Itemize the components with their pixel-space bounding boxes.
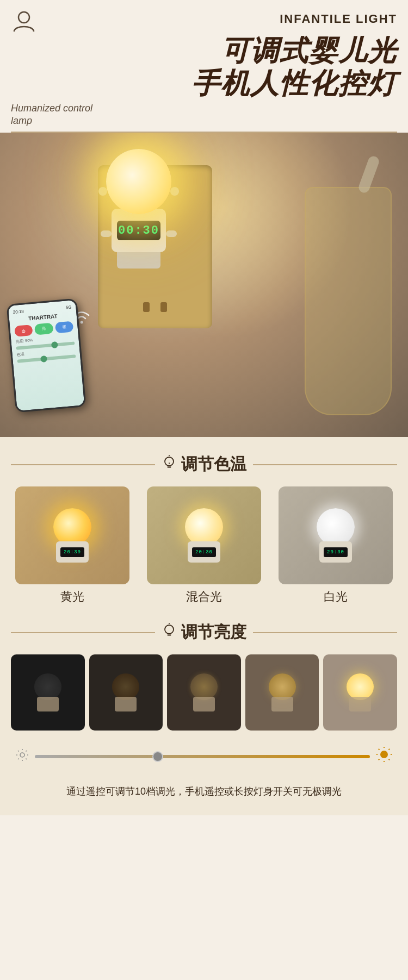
bottom-description: 通过遥控可调节10档调光，手机遥控或长按灯身开关可无极调光 bbox=[66, 786, 342, 797]
brightness-lamp-5 bbox=[344, 673, 376, 711]
header-bottom: Humanized controllamp bbox=[11, 102, 397, 128]
brightness-body-1 bbox=[37, 697, 59, 711]
brightness-lamp-4 bbox=[266, 673, 299, 711]
lamp-head bbox=[106, 149, 171, 214]
brightness-head-4 bbox=[269, 673, 296, 700]
svg-point-0 bbox=[18, 12, 29, 23]
color-temp-img-warm: 20:30 bbox=[15, 486, 129, 584]
mini-display-white: 20:30 bbox=[324, 547, 348, 557]
mini-display-warm: 20:30 bbox=[60, 547, 84, 557]
hero-section: 00:30 97礼品 定制 20:18 5G THARTRAT ⏻ 亮 暖 bbox=[0, 133, 408, 437]
brightness-lamp-1 bbox=[32, 673, 64, 711]
svg-point-5 bbox=[165, 625, 174, 634]
svg-line-12 bbox=[18, 751, 19, 752]
color-temp-img-white: 20:30 bbox=[279, 486, 393, 584]
brightness-section: 调节亮度 bbox=[0, 621, 408, 741]
svg-line-13 bbox=[26, 759, 27, 760]
header-line-left bbox=[11, 464, 155, 465]
lamp-body: 00:30 bbox=[112, 209, 166, 252]
mini-lamp-mixed: 20:30 bbox=[182, 508, 226, 563]
brightness-header: 调节亮度 bbox=[11, 621, 397, 644]
header-line-right bbox=[253, 464, 397, 465]
svg-line-22 bbox=[389, 759, 390, 760]
mini-lamp-head-warm bbox=[53, 508, 91, 546]
color-temp-header: 调节色温 bbox=[11, 453, 397, 476]
svg-line-15 bbox=[18, 759, 19, 760]
water-bottle bbox=[305, 187, 392, 415]
header-section: INFANTILE LIGHT 可调式婴儿光 手机人性化控灯 Humanized… bbox=[0, 0, 408, 133]
phone-btn-power[interactable]: ⏻ bbox=[14, 324, 33, 337]
color-label-white: 白光 bbox=[324, 589, 348, 605]
mini-lamp-warm: 20:30 bbox=[51, 508, 94, 563]
svg-point-2 bbox=[165, 457, 174, 466]
brightness-grid bbox=[11, 654, 397, 731]
svg-line-14 bbox=[26, 751, 27, 752]
phone-btn-color2[interactable]: 暖 bbox=[54, 321, 73, 334]
brightness-lamp-2 bbox=[109, 673, 142, 711]
color-temp-section: 调节色温 20:30 黄光 bbox=[0, 437, 408, 621]
mini-lamp-head-white bbox=[317, 508, 355, 546]
brightness-slider-thumb[interactable] bbox=[152, 751, 163, 762]
color-temp-mixed: 20:30 混合光 bbox=[143, 486, 265, 605]
sun-dim-icon bbox=[16, 749, 28, 764]
bulb-icon bbox=[162, 455, 177, 474]
color-label-mixed: 混合光 bbox=[186, 589, 222, 605]
svg-point-7 bbox=[20, 753, 24, 757]
outlet-holes bbox=[143, 302, 167, 312]
user-icon bbox=[11, 9, 37, 35]
brightness-item-5 bbox=[323, 654, 397, 731]
slider-section bbox=[0, 741, 408, 779]
phone-mock: 20:18 5G THARTRAT ⏻ 亮 暖 亮度: 50% 色温 bbox=[7, 298, 86, 413]
color-temp-warm: 20:30 黄光 bbox=[11, 486, 134, 605]
brightness-lamp-3 bbox=[188, 673, 220, 711]
lamp-preview-mixed: 20:30 bbox=[147, 486, 261, 584]
brightness-title: 调节亮度 bbox=[162, 621, 246, 644]
brightness-body-3 bbox=[193, 697, 215, 711]
phone-screen: 20:18 5G THARTRAT ⏻ 亮 暖 亮度: 50% 色温 bbox=[8, 300, 84, 411]
mini-lamp-white: 20:30 bbox=[314, 508, 357, 563]
brightness-head-1 bbox=[34, 673, 61, 700]
bottom-text-section: 通过遥控可调节10档调光，手机遥控或长按灯身开关可无极调光 bbox=[0, 779, 408, 815]
brightness-bulb-icon bbox=[162, 623, 177, 642]
brightness-item-3 bbox=[167, 654, 241, 731]
svg-point-1 bbox=[81, 321, 83, 324]
color-temp-img-mixed: 20:30 bbox=[147, 486, 261, 584]
lamp-display: 00:30 bbox=[117, 221, 160, 240]
brightness-item-4 bbox=[245, 654, 319, 731]
lamp-base bbox=[117, 252, 160, 269]
robot-lamp: 00:30 bbox=[106, 149, 171, 269]
mini-display-mixed: 20:30 bbox=[192, 547, 216, 557]
svg-line-23 bbox=[389, 749, 390, 750]
mini-lamp-body-warm: 20:30 bbox=[56, 541, 89, 563]
brightness-item-2 bbox=[89, 654, 163, 731]
svg-line-21 bbox=[379, 749, 380, 750]
main-title-zh: 可调式婴儿光 手机人性化控灯 bbox=[11, 35, 397, 100]
brightness-body-2 bbox=[115, 697, 137, 711]
color-temp-white: 20:30 白光 bbox=[274, 486, 397, 605]
color-temp-grid: 20:30 黄光 20:30 混合光 bbox=[11, 486, 397, 605]
lamp-preview-white: 20:30 bbox=[279, 486, 393, 584]
lamp-knob-left bbox=[98, 187, 107, 196]
brand-title: INFANTILE LIGHT bbox=[280, 9, 397, 26]
lamp-preview-warm: 20:30 bbox=[15, 486, 129, 584]
mini-lamp-body-white: 20:30 bbox=[319, 541, 352, 563]
slider-row bbox=[16, 747, 392, 766]
color-label-warm: 黄光 bbox=[60, 589, 84, 605]
svg-line-24 bbox=[379, 759, 380, 760]
brightness-body-5 bbox=[349, 697, 371, 711]
brightness-item-1 bbox=[11, 654, 85, 731]
brightness-head-3 bbox=[190, 673, 218, 700]
mini-lamp-head-mixed bbox=[185, 508, 223, 546]
phone-btn-color1[interactable]: 亮 bbox=[34, 323, 53, 335]
brightness-slider-track[interactable] bbox=[35, 755, 370, 758]
header-top: INFANTILE LIGHT bbox=[11, 9, 397, 35]
brightness-head-2 bbox=[112, 673, 139, 700]
lamp-arm-right bbox=[166, 230, 177, 237]
brightness-line-right bbox=[253, 632, 397, 633]
brightness-body-4 bbox=[271, 697, 293, 711]
color-temp-title: 调节色温 bbox=[162, 453, 246, 476]
subtitle-en: Humanized controllamp bbox=[11, 102, 92, 128]
lamp-arm-left bbox=[101, 230, 112, 237]
sun-bright-icon bbox=[376, 747, 392, 766]
svg-point-16 bbox=[381, 751, 387, 758]
